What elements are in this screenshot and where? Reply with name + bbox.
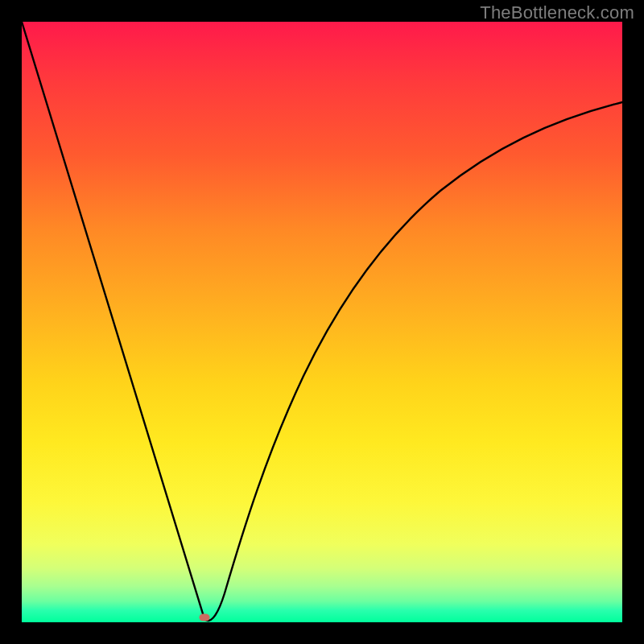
chart-frame: TheBottleneck.com: [0, 0, 644, 644]
optimum-marker: [200, 614, 210, 621]
bottleneck-curve: [22, 22, 622, 621]
curve-layer: [22, 22, 622, 622]
plot-area: [22, 22, 622, 622]
watermark-text: TheBottleneck.com: [480, 2, 634, 23]
